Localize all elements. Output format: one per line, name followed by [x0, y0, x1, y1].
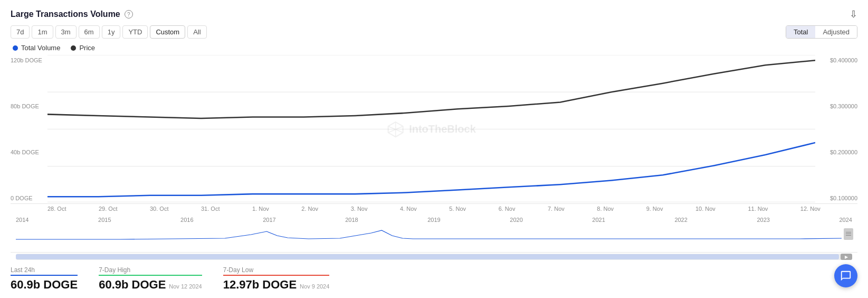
legend-label-price: Price — [79, 44, 95, 52]
header-row: Large Transactions Volume ? ⇩ — [11, 8, 857, 20]
x-label-4: 1. Nov — [252, 206, 269, 212]
x-label-13: 10. Nov — [695, 206, 716, 212]
time-btn-custom[interactable]: Custom — [150, 25, 185, 39]
time-buttons: 7d 1m 3m 6m 1y YTD Custom All — [11, 25, 207, 39]
x-label-12: 9. Nov — [646, 206, 663, 212]
y-axis-right: $0.400000 $0.300000 $0.200000 $0.100000 — [815, 55, 857, 203]
y-label-0: 0 DOGE — [11, 195, 47, 201]
stat-7d-low-underline — [223, 275, 330, 276]
help-icon[interactable]: ? — [125, 10, 133, 18]
time-btn-1y[interactable]: 1y — [102, 25, 121, 39]
y-label-0200: $0.200000 — [815, 149, 857, 155]
y-label-80b: 80b DOGE — [11, 103, 47, 109]
x-axis-row: 28. Oct 29. Oct 30. Oct 31. Oct 1. Nov 2… — [11, 204, 857, 216]
legend-label-volume: Total Volume — [21, 44, 60, 52]
main-chart-svg — [47, 55, 815, 203]
time-btn-3m[interactable]: 3m — [55, 25, 77, 39]
page-title: Large Transactions Volume — [11, 10, 120, 19]
x-label-10: 7. Nov — [548, 206, 565, 212]
x-label-14: 11. Nov — [748, 206, 768, 212]
mini-svg-wrapper — [16, 216, 842, 252]
time-btn-1m[interactable]: 1m — [32, 25, 53, 39]
chat-icon — [840, 270, 852, 282]
x-label-3: 31. Oct — [201, 206, 220, 212]
x-label-8: 5. Nov — [449, 206, 466, 212]
stat-last24h-label: Last 24h — [11, 266, 78, 274]
y-label-0100: $0.100000 — [815, 195, 857, 201]
chat-button[interactable] — [834, 264, 857, 287]
scrollbar-range[interactable] — [16, 254, 839, 259]
scrollbar-right-handle[interactable]: ▶ — [841, 254, 852, 260]
y-axis-left: 120b DOGE 80b DOGE 40b DOGE 0 DOGE — [11, 55, 47, 203]
mini-chart-handle[interactable] — [844, 228, 853, 240]
stat-7d-high-value: 60.9b DOGE — [99, 278, 166, 292]
x-label-5: 2. Nov — [301, 206, 318, 212]
legend-row: Total Volume Price — [11, 44, 857, 52]
x-label-11: 8. Nov — [597, 206, 614, 212]
stat-7d-low-date: Nov 9 2024 — [300, 283, 329, 290]
mini-chart-area: 2014 2015 2016 2017 2018 2019 2020 2021 … — [11, 216, 857, 253]
y-label-40b: 40b DOGE — [11, 149, 47, 155]
legend-total-volume: Total Volume — [13, 44, 60, 52]
x-label-6: 3. Nov — [351, 206, 368, 212]
toggle-total[interactable]: Total — [786, 26, 815, 38]
scrollbar-track[interactable]: ▶ — [16, 254, 852, 260]
download-icon[interactable]: ⇩ — [850, 8, 857, 20]
handle-line-2 — [846, 234, 851, 234]
stats-row: Last 24h 60.9b DOGE 7-Day High 60.9b DOG… — [11, 261, 857, 292]
stat-7d-high-label: 7-Day High — [99, 266, 202, 274]
toggle-adjusted[interactable]: Adjusted — [815, 26, 857, 38]
time-btn-all[interactable]: All — [187, 25, 206, 39]
stat-7d-low: 7-Day Low 12.97b DOGE Nov 9 2024 — [223, 266, 330, 292]
stat-7d-low-label: 7-Day Low — [223, 266, 330, 274]
stat-last24h-underline — [11, 275, 78, 276]
handle-line-1 — [846, 232, 851, 232]
x-axis-labels: 28. Oct 29. Oct 30. Oct 31. Oct 1. Nov 2… — [11, 204, 857, 212]
main-chart: 120b DOGE 80b DOGE 40b DOGE 0 DOGE $0.40… — [11, 55, 857, 204]
x-label-9: 6. Nov — [499, 206, 516, 212]
stat-7d-high-underline — [99, 275, 202, 276]
stat-7d-high: 7-Day High 60.9b DOGE Nov 12 2024 — [99, 266, 202, 292]
stat-7d-high-value-row: 60.9b DOGE Nov 12 2024 — [99, 278, 202, 292]
chart-svg-wrapper: IntoTheBlock — [47, 55, 815, 203]
stat-last24h: Last 24h 60.9b DOGE — [11, 266, 78, 292]
y-label-0400: $0.400000 — [815, 57, 857, 63]
stat-7d-high-date: Nov 12 2024 — [169, 283, 202, 290]
legend-dot-volume — [13, 45, 18, 51]
toggle-group: Total Adjusted — [786, 25, 857, 39]
stat-7d-low-value-row: 12.97b DOGE Nov 9 2024 — [223, 278, 330, 292]
time-btn-7d[interactable]: 7d — [11, 25, 30, 39]
x-label-15: 12. Nov — [800, 206, 821, 212]
time-btn-6m[interactable]: 6m — [79, 25, 100, 39]
stat-7d-low-value: 12.97b DOGE — [223, 278, 297, 292]
stat-last24h-value: 60.9b DOGE — [11, 278, 78, 292]
x-label-1: 29. Oct — [99, 206, 117, 212]
title-area: Large Transactions Volume ? — [11, 10, 133, 19]
y-label-0300: $0.300000 — [815, 103, 857, 109]
legend-dot-price — [71, 45, 76, 51]
mini-chart-svg — [16, 216, 842, 242]
legend-price: Price — [71, 44, 95, 52]
time-btn-ytd[interactable]: YTD — [122, 25, 148, 39]
chart-area: 120b DOGE 80b DOGE 40b DOGE 0 DOGE $0.40… — [11, 55, 857, 261]
controls-row: 7d 1m 3m 6m 1y YTD Custom All Total Adju… — [11, 25, 857, 39]
handle-line-3 — [846, 235, 851, 236]
y-label-120b: 120b DOGE — [11, 57, 47, 63]
x-label-7: 4. Nov — [400, 206, 417, 212]
x-label-2: 30. Oct — [150, 206, 168, 212]
x-label-0: 28. Oct — [47, 206, 66, 212]
